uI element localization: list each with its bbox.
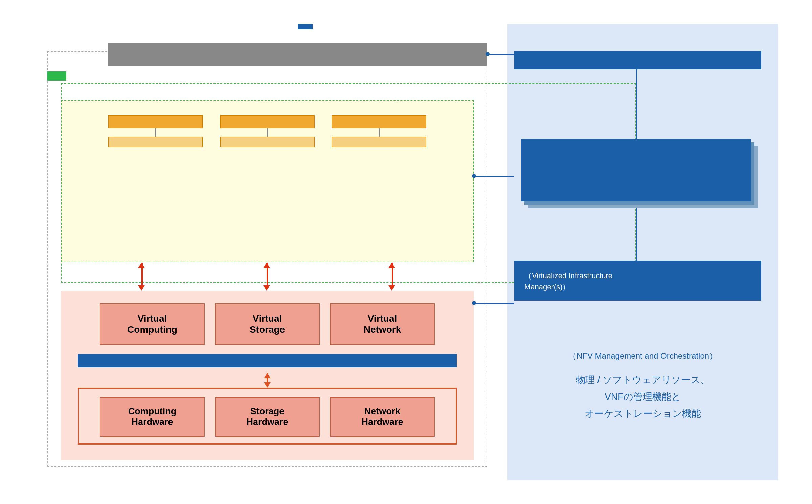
hw-row: ComputingHardware StorageHardware Networ…: [86, 397, 449, 437]
virtual-storage-box: VirtualStorage: [215, 303, 320, 345]
orange-arrowhead-down: [264, 382, 271, 388]
vnf-1-box: [108, 137, 203, 147]
blue-hline-oss: [487, 54, 514, 55]
storage-hw-box: StorageHardware: [215, 397, 320, 437]
blue-dot-oss: [486, 52, 490, 56]
vnf-3-box: [332, 137, 426, 147]
ems-vnf-col-1: [108, 115, 203, 147]
ems-1-box: [108, 115, 203, 128]
ems1-connector: [155, 128, 156, 137]
oss-bss-bar: [108, 43, 487, 66]
red-arrow-1-down: [138, 285, 145, 291]
orange-arrowhead-up: [264, 373, 271, 378]
virt-layer-bar: [78, 354, 457, 367]
vnf-title: [62, 101, 473, 108]
nfv-mano-subtitle: （NFV Management and Orchestration）: [508, 351, 778, 361]
vnfm-main: [521, 139, 751, 201]
blue-dot-nfvi: [472, 301, 476, 305]
red-arrow-3-up: [388, 263, 395, 268]
red-arrow-3-down: [388, 285, 395, 291]
ems-vnf-col-3: [332, 115, 426, 147]
ems-vnf-col-2: [220, 115, 315, 147]
kyocera-oss-badge: [298, 24, 313, 29]
vnf-subtitle: [62, 108, 473, 112]
ems-3-box: [332, 115, 426, 128]
nfvi-area: VirtualComputing VirtualStorage VirtualN…: [61, 291, 474, 460]
red-arrow-1-up: [138, 263, 145, 268]
virtual-computing-box: VirtualComputing: [100, 303, 205, 345]
vepc-label: [47, 71, 66, 81]
blue-hline-vnf: [474, 176, 514, 177]
hw-resources-wrapper: ComputingHardware StorageHardware Networ…: [78, 388, 457, 445]
ems2-connector: [267, 128, 268, 137]
ems3-connector: [379, 128, 380, 137]
computing-hw-box: ComputingHardware: [100, 397, 205, 437]
vnf-area: [61, 100, 474, 262]
blue-dot-vnf: [472, 174, 476, 178]
virtual-row: VirtualComputing VirtualStorage VirtualN…: [61, 300, 474, 349]
nfv-mano-desc: 物理 / ソフトウェアリソース、VNFの管理機能とオーケストレーション機能: [508, 371, 778, 423]
red-arrow-2-up: [263, 263, 270, 268]
nfv-mano-section: （NFV Management and Orchestration） 物理 / …: [508, 349, 778, 423]
ems-2-box: [220, 115, 315, 128]
red-arrow-2-down: [263, 285, 270, 291]
ems-vnf-grid: [62, 112, 473, 151]
blue-hline-nfvi: [474, 303, 514, 304]
orange-arrow-wrapper: [61, 373, 474, 388]
orchestration-box: [514, 51, 761, 69]
vnfm-stack: [521, 139, 758, 213]
network-hw-box: NetworkHardware: [330, 397, 435, 437]
virtual-network-box: VirtualNetwork: [330, 303, 435, 345]
nfvi-title-row: [61, 291, 474, 300]
vnf-2-box: [220, 137, 315, 147]
vim-box: （Virtualized InfrastructureManager(s)）: [514, 261, 761, 301]
vim-subtitle: （Virtualized InfrastructureManager(s)）: [524, 270, 751, 292]
